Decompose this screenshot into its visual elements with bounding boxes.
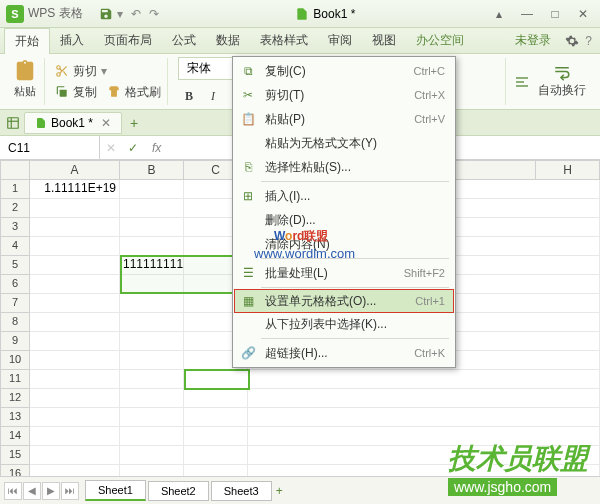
row-header[interactable]: 14 bbox=[0, 427, 30, 446]
row-header[interactable]: 12 bbox=[0, 389, 30, 408]
row-header[interactable]: 4 bbox=[0, 237, 30, 256]
sheet-nav-prev[interactable]: ◀ bbox=[23, 482, 41, 500]
ctx-dropdown-select[interactable]: 从下拉列表中选择(K)... bbox=[235, 312, 453, 336]
cell[interactable]: 11111111111111 bbox=[120, 256, 184, 275]
gear-icon[interactable] bbox=[565, 34, 579, 48]
cell[interactable] bbox=[30, 313, 120, 332]
cell[interactable] bbox=[120, 180, 184, 199]
row-header[interactable]: 8 bbox=[0, 313, 30, 332]
cell[interactable] bbox=[30, 294, 120, 313]
sheet-nav-last[interactable]: ⏭ bbox=[61, 482, 79, 500]
name-box[interactable]: C11 bbox=[0, 136, 100, 159]
format-painter-button[interactable]: 格式刷 bbox=[107, 84, 161, 101]
tab-add-icon[interactable]: + bbox=[126, 115, 142, 131]
sheet-nav-first[interactable]: ⏮ bbox=[4, 482, 22, 500]
ctx-clear[interactable]: 清除内容(N) bbox=[235, 232, 453, 256]
row-header[interactable]: 10 bbox=[0, 351, 30, 370]
menu-review[interactable]: 审阅 bbox=[318, 28, 362, 53]
ctx-paste[interactable]: 📋粘贴(P)Ctrl+V bbox=[235, 107, 453, 131]
cell[interactable] bbox=[120, 389, 184, 408]
menu-start[interactable]: 开始 bbox=[4, 28, 50, 54]
cell[interactable] bbox=[120, 218, 184, 237]
menu-view[interactable]: 视图 bbox=[362, 28, 406, 53]
cell[interactable] bbox=[30, 389, 120, 408]
row-header[interactable]: 7 bbox=[0, 294, 30, 313]
sheet-tab-3[interactable]: Sheet3 bbox=[211, 481, 272, 501]
confirm-formula-icon[interactable]: ✓ bbox=[122, 141, 144, 155]
workbook-tab[interactable]: Book1 * ✕ bbox=[24, 112, 122, 134]
redo-icon[interactable]: ↷ bbox=[149, 7, 159, 21]
maximize-icon[interactable]: □ bbox=[544, 5, 566, 23]
menu-insert[interactable]: 插入 bbox=[50, 28, 94, 53]
copy-button[interactable]: 复制 bbox=[55, 84, 97, 101]
row-header[interactable]: 2 bbox=[0, 199, 30, 218]
cell[interactable] bbox=[120, 408, 184, 427]
cell[interactable] bbox=[30, 446, 120, 465]
cell[interactable] bbox=[248, 370, 600, 389]
ctx-copy[interactable]: ⧉复制(C)Ctrl+C bbox=[235, 59, 453, 83]
cell[interactable] bbox=[30, 351, 120, 370]
cell[interactable] bbox=[184, 446, 248, 465]
fx-icon[interactable]: fx bbox=[144, 141, 169, 155]
row-header[interactable]: 1 bbox=[0, 180, 30, 199]
cell[interactable] bbox=[120, 199, 184, 218]
col-header-h[interactable]: H bbox=[536, 160, 600, 180]
dropdown-icon[interactable]: ▾ bbox=[117, 7, 123, 21]
cell[interactable] bbox=[120, 275, 184, 294]
cell[interactable] bbox=[30, 218, 120, 237]
save-icon[interactable] bbox=[99, 7, 113, 21]
cell[interactable] bbox=[184, 427, 248, 446]
cell[interactable] bbox=[248, 408, 600, 427]
bold-button[interactable]: B bbox=[178, 86, 200, 106]
menu-style[interactable]: 表格样式 bbox=[250, 28, 318, 53]
ctx-cut[interactable]: ✂剪切(T)Ctrl+X bbox=[235, 83, 453, 107]
menu-office[interactable]: 办公空间 bbox=[406, 28, 474, 53]
cell[interactable] bbox=[248, 389, 600, 408]
col-header-a[interactable]: A bbox=[30, 160, 120, 180]
menu-data[interactable]: 数据 bbox=[206, 28, 250, 53]
cell[interactable] bbox=[30, 199, 120, 218]
sheet-add-icon[interactable]: + bbox=[276, 484, 283, 498]
login-status[interactable]: 未登录 bbox=[507, 32, 559, 49]
cell[interactable] bbox=[120, 370, 184, 389]
cell[interactable] bbox=[120, 446, 184, 465]
menu-layout[interactable]: 页面布局 bbox=[94, 28, 162, 53]
row-header[interactable]: 11 bbox=[0, 370, 30, 389]
cell[interactable] bbox=[120, 313, 184, 332]
cell[interactable]: 1.11111E+19 bbox=[30, 180, 120, 199]
row-header[interactable]: 5 bbox=[0, 256, 30, 275]
cell[interactable] bbox=[30, 427, 120, 446]
ctx-format-cells[interactable]: ▦设置单元格格式(O)...Ctrl+1 bbox=[234, 289, 454, 313]
cell[interactable] bbox=[30, 275, 120, 294]
minimize-icon[interactable]: — bbox=[516, 5, 538, 23]
cell[interactable] bbox=[120, 351, 184, 370]
sheet-tab-1[interactable]: Sheet1 bbox=[85, 480, 146, 501]
row-header[interactable]: 6 bbox=[0, 275, 30, 294]
row-header[interactable]: 3 bbox=[0, 218, 30, 237]
cell[interactable] bbox=[248, 427, 600, 446]
row-header[interactable]: 13 bbox=[0, 408, 30, 427]
ctx-delete[interactable]: 删除(D)... bbox=[235, 208, 453, 232]
cell[interactable] bbox=[120, 294, 184, 313]
row-header[interactable]: 15 bbox=[0, 446, 30, 465]
cell[interactable] bbox=[184, 370, 248, 389]
ctx-hyperlink[interactable]: 🔗超链接(H)...Ctrl+K bbox=[235, 341, 453, 365]
paste-button[interactable]: 粘贴 bbox=[6, 58, 45, 105]
cell[interactable] bbox=[30, 370, 120, 389]
help-icon[interactable]: ? bbox=[585, 34, 592, 48]
cell[interactable] bbox=[30, 256, 120, 275]
cell[interactable] bbox=[30, 408, 120, 427]
cell[interactable] bbox=[120, 237, 184, 256]
align-icon[interactable] bbox=[514, 74, 530, 90]
sheet-nav-next[interactable]: ▶ bbox=[42, 482, 60, 500]
col-header-b[interactable]: B bbox=[120, 160, 184, 180]
cell[interactable] bbox=[120, 332, 184, 351]
cell[interactable] bbox=[30, 237, 120, 256]
menu-formula[interactable]: 公式 bbox=[162, 28, 206, 53]
cell[interactable] bbox=[30, 332, 120, 351]
cancel-formula-icon[interactable]: ✕ bbox=[100, 141, 122, 155]
ctx-paste-special[interactable]: ⎘选择性粘贴(S)... bbox=[235, 155, 453, 179]
tab-close-icon[interactable]: ✕ bbox=[101, 116, 111, 130]
row-header[interactable]: 9 bbox=[0, 332, 30, 351]
undo-icon[interactable]: ↶ bbox=[131, 7, 141, 21]
